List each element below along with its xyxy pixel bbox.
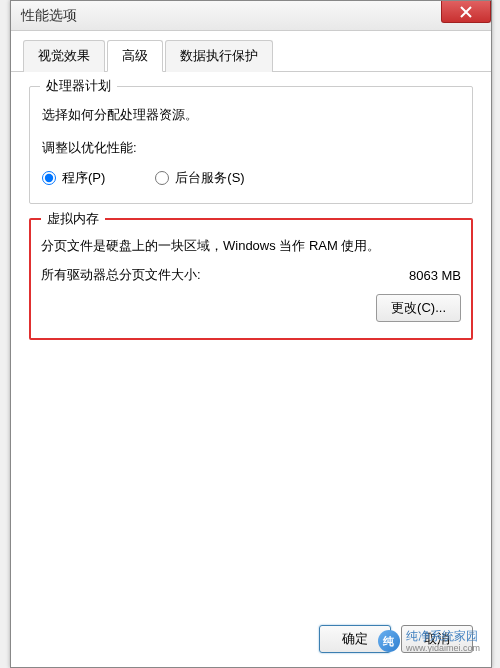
tabstrip: 视觉效果 高级 数据执行保护 xyxy=(11,31,491,72)
tab-visual-effects[interactable]: 视觉效果 xyxy=(23,40,105,72)
dialog-button-row: 确定 取消 xyxy=(319,625,473,653)
processor-radio-row: 程序(P) 后台服务(S) xyxy=(42,169,460,187)
window-title: 性能选项 xyxy=(21,7,77,25)
processor-scheduling-group: 处理器计划 选择如何分配处理器资源。 调整以优化性能: 程序(P) 后台服务(S… xyxy=(29,86,473,204)
change-button[interactable]: 更改(C)... xyxy=(376,294,461,322)
cancel-button[interactable]: 取消 xyxy=(401,625,473,653)
radio-programs[interactable]: 程序(P) xyxy=(42,169,105,187)
radio-programs-label: 程序(P) xyxy=(62,169,105,187)
vm-description: 分页文件是硬盘上的一块区域，Windows 当作 RAM 使用。 xyxy=(41,236,461,257)
tab-dep[interactable]: 数据执行保护 xyxy=(165,40,273,72)
tab-content-advanced: 处理器计划 选择如何分配处理器资源。 调整以优化性能: 程序(P) 后台服务(S… xyxy=(11,72,491,368)
close-icon xyxy=(460,6,472,18)
vm-total-row: 所有驱动器总分页文件大小: 8063 MB xyxy=(41,266,461,284)
vm-total-label: 所有驱动器总分页文件大小: xyxy=(41,266,201,284)
vm-group-title: 虚拟内存 xyxy=(41,210,105,228)
adjust-label: 调整以优化性能: xyxy=(42,138,460,159)
vm-total-value: 8063 MB xyxy=(409,268,461,283)
processor-description: 选择如何分配处理器资源。 xyxy=(42,105,460,126)
virtual-memory-group: 虚拟内存 分页文件是硬盘上的一块区域，Windows 当作 RAM 使用。 所有… xyxy=(29,218,473,341)
close-button[interactable] xyxy=(441,1,491,23)
processor-group-title: 处理器计划 xyxy=(40,77,117,95)
performance-options-dialog: 性能选项 视觉效果 高级 数据执行保护 处理器计划 选择如何分配处理器资源。 调… xyxy=(10,0,492,668)
radio-programs-input[interactable] xyxy=(42,171,56,185)
radio-background[interactable]: 后台服务(S) xyxy=(155,169,244,187)
radio-background-input[interactable] xyxy=(155,171,169,185)
tab-advanced[interactable]: 高级 xyxy=(107,40,163,72)
radio-background-label: 后台服务(S) xyxy=(175,169,244,187)
ok-button[interactable]: 确定 xyxy=(319,625,391,653)
titlebar: 性能选项 xyxy=(11,1,491,31)
